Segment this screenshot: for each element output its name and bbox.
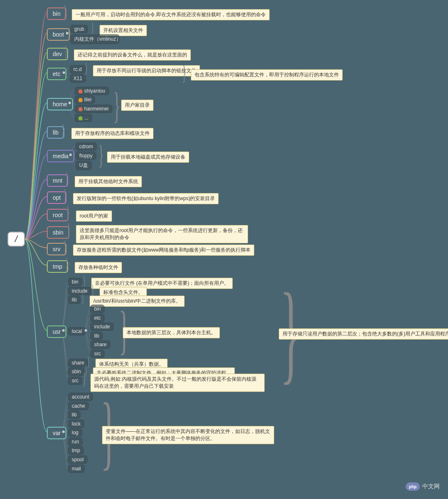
desc-rootdir: root用户的家 [76,210,112,222]
dir-etc-x11[interactable]: X11 [70,74,86,83]
dir-boot[interactable]: boot [47,28,70,41]
usr-local[interactable]: local [68,327,86,335]
desc-etc: 包含系统特有的可编辑配置文件，即用于控制程序运行的本地文件 [191,69,343,81]
user-label: lilei [84,97,91,103]
var-tmp[interactable]: tmp [68,446,84,455]
desc-opt: 发行版附加的一些软件包(如ubuntu kylin附带的wps)的安装目录 [73,193,219,204]
home-user-2[interactable]: hanmeimei [75,105,112,113]
desc-var: 变量文件——在正常运行的系统中其内容不断变化的文件，如日志，脱机文件和临时电子邮… [102,426,274,444]
usr-include[interactable]: include [68,287,91,295]
watermark-logo: php [406,482,420,491]
usr-src[interactable]: src [68,377,82,385]
dir-etc-rcd[interactable]: rc.d [70,65,85,73]
desc-bin: 一般用户可用，启动时会用到的命令,即在文件系统还没有被挂载时，也能够使用的命令 [72,9,270,20]
desc-usr-local: 本地数据的第三层次，具体到本台主机。 [123,327,220,338]
home-user-1[interactable]: lilei [75,95,95,104]
desc-dev: 还记得之前提到的设备文件么，就是放在这里面的 [74,49,191,61]
media-udisk[interactable]: U盘 [75,161,92,170]
desc-usr: 用于存储只读用户数据的第二层次；包含绝大多数的(多)用户工具和应用程序 [279,328,448,340]
usr-local-etc[interactable]: etc [90,314,105,322]
usr-local-lib[interactable]: lib [90,332,103,340]
dir-boot-kernel[interactable]: 内核文件（vmlinuz） [71,34,119,44]
user-label: shiyanlou [84,88,105,94]
home-user-3[interactable]: ... [75,114,92,122]
usr-local-bin[interactable]: bin [90,305,105,313]
dir-var[interactable]: var [47,427,66,439]
dir-sbin[interactable]: sbin [47,226,69,239]
usr-lib[interactable]: lib [68,296,80,304]
var-account[interactable]: account [68,393,93,401]
var-spool[interactable]: spool [68,455,88,464]
media-cdrom[interactable]: cdrom [75,142,97,151]
var-log[interactable]: log [68,428,82,437]
var-lib[interactable]: lib [68,411,80,419]
dir-home[interactable]: home [47,98,73,110]
watermark-text: 中文网 [422,483,440,490]
user-label: ... [84,115,88,121]
desc-home: 用户家目录 [121,100,153,111]
watermark: php 中文网 [406,482,440,491]
media-floppy[interactable]: floppy [75,152,96,160]
usr-local-share[interactable]: share [90,340,110,349]
desc-media: 用于挂载本地磁盘或其他存储设备 [107,152,189,163]
usr-sbin[interactable]: sbin [68,367,85,376]
var-run[interactable]: run [68,438,83,446]
dir-etc[interactable]: etc [47,68,66,80]
desc-tmp: 存放各种临时文件 [75,262,122,273]
desc-lib: 用于存放程序的动态库和模块文件 [71,128,153,139]
var-mail[interactable]: mail [68,465,85,473]
usr-bin[interactable]: bin [68,278,82,286]
desc-srv: 存放服务进程所需的数据文件(如www网络服务和ftp服务)和一些服务的执行脚本 [73,245,254,256]
var-cache[interactable]: cache [68,402,89,410]
desc-sbin: 这里面很多只能是root用户才能执行的命令，一些系统进行更新，备份，还原和开关机… [76,225,248,243]
dir-boot-grub[interactable]: grub [71,25,88,33]
desc-mnt: 用于挂载其他临时文件系统 [75,176,142,187]
home-user-0[interactable]: shiyanlou [75,87,109,95]
var-lock[interactable]: lock [68,420,84,428]
user-label: hanmeimei [84,106,109,112]
root-node[interactable]: / [7,232,25,247]
usr-local-include[interactable]: include [90,323,114,331]
usr-local-src[interactable]: src [90,350,105,358]
dir-usr[interactable]: usr [47,325,66,338]
dir-media[interactable]: media [47,150,74,162]
dir-rootdir[interactable]: root [47,209,68,221]
